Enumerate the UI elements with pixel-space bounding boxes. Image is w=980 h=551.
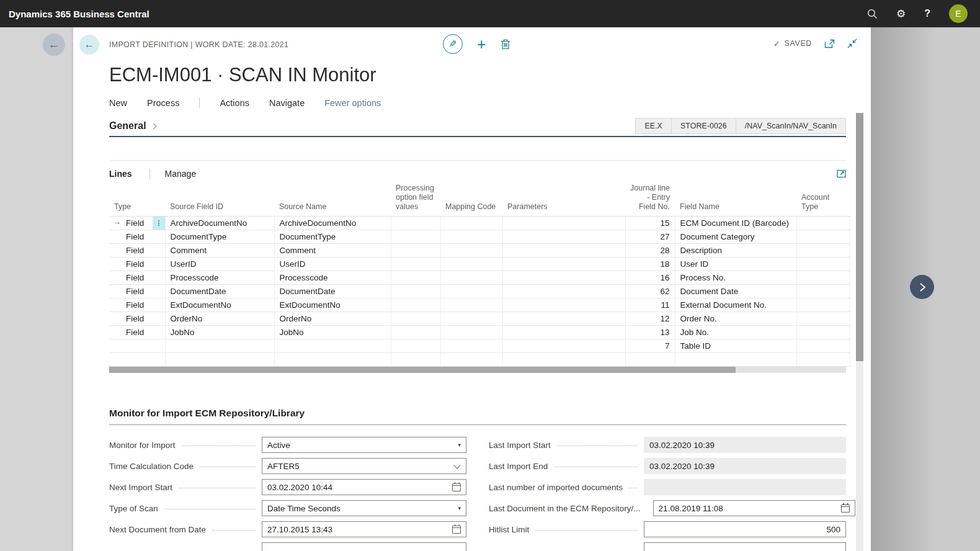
cell-mapping-code[interactable] — [440, 285, 502, 298]
cell-account-type[interactable] — [796, 298, 850, 312]
cell-source-name[interactable]: Comment — [274, 244, 391, 258]
cell-account-type[interactable] — [796, 217, 850, 230]
cell-source-field-id[interactable]: Processcode — [165, 271, 274, 285]
cell-type[interactable]: Field — [109, 230, 153, 244]
table-row[interactable]: FieldUserIDUserID18User ID — [109, 258, 850, 271]
general-section-toggle[interactable]: General — [109, 120, 156, 132]
cell-field-name[interactable]: Table ID — [675, 339, 796, 353]
cell-menu[interactable] — [153, 230, 165, 244]
cell-source-field-id[interactable] — [165, 353, 274, 367]
open-in-new-window-icon[interactable] — [824, 39, 835, 48]
table-row[interactable]: FieldDocumentDateDocumentDate62Document … — [109, 285, 850, 298]
focus-mode-icon[interactable] — [837, 169, 846, 178]
cell-type[interactable]: Field — [109, 244, 153, 258]
column-header-mapping-code[interactable]: Mapping Code — [440, 181, 502, 217]
cell-account-type[interactable] — [796, 339, 850, 353]
cell-processing[interactable] — [391, 230, 440, 244]
cell-processing[interactable] — [391, 339, 440, 353]
cell-source-field-id[interactable]: ExtDocumentNo — [165, 298, 274, 312]
cell-field-name[interactable]: Process No. — [675, 271, 796, 285]
dropdown-arrow-icon[interactable]: ▾ — [458, 505, 461, 511]
next-import-start-field[interactable]: 03.02.2020 10:44 — [262, 479, 466, 495]
cell-menu[interactable] — [153, 339, 165, 353]
new-record-button[interactable]: + — [477, 37, 486, 52]
table-row[interactable]: FieldExtDocumentNoExtDocumentNo11Externa… — [109, 298, 850, 312]
cell-type[interactable]: Field — [109, 298, 153, 312]
cell-field-name[interactable]: Description — [675, 244, 796, 258]
outer-back-button[interactable]: ← — [43, 34, 65, 56]
cell-mapping-code[interactable] — [440, 339, 502, 353]
cell-parameters[interactable] — [502, 339, 625, 353]
cell-account-type[interactable] — [796, 271, 850, 285]
cell-type[interactable] — [109, 339, 153, 353]
cell-journal-line-no[interactable]: 13 — [625, 326, 675, 339]
cell-account-type[interactable] — [796, 244, 850, 258]
lines-tab[interactable]: Lines — [109, 169, 132, 179]
table-row[interactable]: FieldOrderNoOrderNo12Order No. — [109, 312, 850, 326]
cell-mapping-code[interactable] — [440, 298, 502, 312]
page-back-button[interactable]: ← — [79, 35, 99, 55]
cell-parameters[interactable] — [502, 217, 625, 230]
cell-menu[interactable] — [153, 353, 165, 367]
cell-source-field-id[interactable]: ArchiveDocumentNo — [165, 217, 274, 230]
cell-mapping-code[interactable] — [440, 326, 502, 339]
horizontal-scrollbar-thumb[interactable] — [109, 367, 736, 373]
cell-processing[interactable] — [391, 258, 440, 271]
cell-field-name[interactable]: External Document No. — [675, 298, 796, 312]
hitlist-limit-field[interactable]: 500 — [644, 521, 846, 537]
user-avatar[interactable]: E — [949, 4, 968, 23]
cell-menu[interactable] — [153, 298, 165, 312]
column-header-account-type[interactable]: Account Type — [796, 181, 850, 217]
cell-source-name[interactable]: ArchiveDocumentNo — [274, 217, 391, 230]
search-icon[interactable] — [867, 9, 878, 19]
edit-pencil-button[interactable]: ✎ — [443, 34, 463, 54]
cell-mapping-code[interactable] — [440, 244, 502, 258]
cell-parameters[interactable] — [502, 271, 625, 285]
collapse-window-icon[interactable] — [847, 38, 857, 48]
cell-journal-line-no[interactable]: 18 — [625, 258, 675, 271]
cell-source-field-id[interactable]: UserID — [165, 258, 274, 271]
cell-processing[interactable] — [391, 312, 440, 326]
cell-parameters[interactable] — [502, 298, 625, 312]
cell-field-name[interactable]: Document Category — [675, 230, 796, 244]
cell-journal-line-no[interactable]: 28 — [625, 244, 675, 258]
cell-journal-line-no[interactable] — [625, 353, 675, 367]
cell-source-name[interactable] — [274, 339, 391, 353]
time-calculation-code-field[interactable]: AFTER5 — [262, 458, 466, 474]
cell-menu[interactable] — [153, 285, 165, 298]
cell-field-name[interactable]: ECM Document ID (Barcode) — [675, 217, 796, 230]
cell-processing[interactable] — [391, 271, 440, 285]
cell-source-name[interactable]: DocumentType — [274, 230, 391, 244]
cell-source-field-id[interactable]: JobNo — [165, 326, 274, 339]
cell-menu[interactable] — [153, 326, 165, 339]
cell-mapping-code[interactable] — [440, 353, 502, 367]
cell-account-type[interactable] — [796, 326, 850, 339]
column-header-type[interactable]: Type — [109, 181, 153, 217]
cell-journal-line-no[interactable]: 15 — [625, 217, 675, 230]
column-header-field-name[interactable]: Field Name — [675, 181, 796, 217]
cell-source-name[interactable] — [274, 353, 391, 367]
cell-processing[interactable] — [391, 326, 440, 339]
last-document-in-the-ecm-repository-field[interactable]: 21.08.2019 11:08 — [653, 500, 855, 516]
table-row[interactable]: 7Table ID — [109, 339, 850, 353]
cell-type[interactable]: Field — [109, 271, 153, 285]
cell-field-name[interactable]: Job No. — [675, 326, 796, 339]
cell-menu[interactable] — [153, 271, 165, 285]
cell-mapping-code[interactable] — [440, 271, 502, 285]
cell-parameters[interactable] — [502, 312, 625, 326]
cell-menu[interactable] — [153, 244, 165, 258]
cell-source-field-id[interactable]: Comment — [165, 244, 274, 258]
manage-menu[interactable]: Manage — [165, 169, 197, 179]
table-row[interactable]: FieldJobNoJobNo13Job No. — [109, 326, 850, 339]
cell-mapping-code[interactable] — [440, 230, 502, 244]
calendar-icon[interactable] — [841, 504, 850, 513]
cell-journal-line-no[interactable]: 11 — [625, 298, 675, 312]
vertical-scrollbar-thumb[interactable] — [856, 113, 863, 361]
cell-processing[interactable] — [391, 217, 440, 230]
badge-code[interactable]: EE.X — [635, 118, 672, 134]
delete-trash-button[interactable] — [501, 38, 510, 50]
cell-processing[interactable] — [391, 244, 440, 258]
cell-parameters[interactable] — [502, 230, 625, 244]
cell-mapping-code[interactable] — [440, 312, 502, 326]
cell-type[interactable] — [109, 353, 153, 367]
